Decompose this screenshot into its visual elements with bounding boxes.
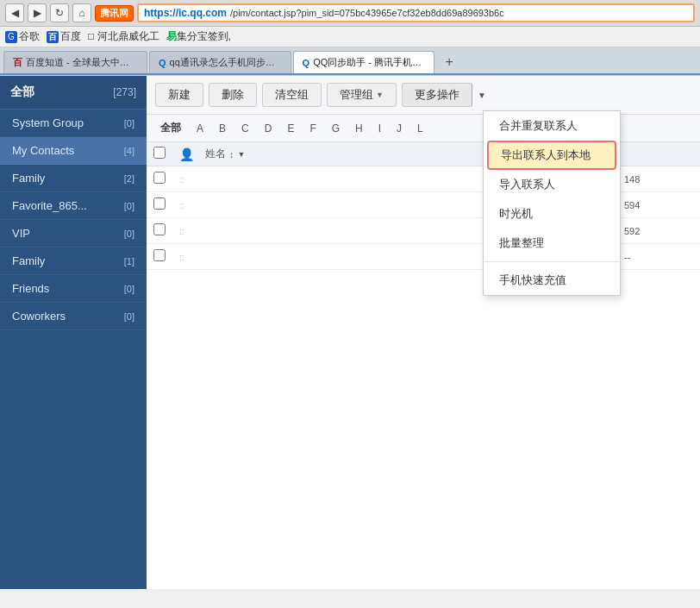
sidebar-item-friends-count: [0] <box>124 284 134 294</box>
bookmark-hebei[interactable]: □ 河北鼎威化工 <box>88 29 159 44</box>
alpha-b[interactable]: B <box>212 121 233 136</box>
alpha-j[interactable]: J <box>390 121 409 136</box>
row4-num: -- <box>624 252 693 262</box>
yi-icon: 易 <box>166 30 177 42</box>
alpha-g[interactable]: G <box>325 121 347 136</box>
name-column-label: 姓名 <box>205 147 226 161</box>
time-machine-item[interactable]: 时光机 <box>484 199 620 229</box>
tab-qq-contacts[interactable]: Q qq通讯录怎么手机同步至电 × <box>149 51 291 73</box>
sidebar-item-family2-count: [1] <box>124 256 134 266</box>
sidebar-item-system-group-label: System Group <box>12 116 84 129</box>
delete-button[interactable]: 删除 <box>209 83 257 107</box>
tab-qq-contacts-favicon: Q <box>159 58 166 68</box>
row1-avatar: :: <box>179 172 205 185</box>
import-contacts-item[interactable]: 导入联系人 <box>484 170 620 199</box>
manage-group-arrow-icon: ▼ <box>376 91 384 99</box>
alpha-all[interactable]: 全部 <box>153 119 188 137</box>
row2-avatar: :: <box>179 198 205 211</box>
sidebar-item-coworkers-label: Coworkers <box>12 310 66 323</box>
new-contact-button[interactable]: 新建 <box>155 83 203 107</box>
alpha-c[interactable]: C <box>234 121 256 136</box>
content-area: 新建 删除 清空组 管理组 ▼ 更多操作 ▼ 合并重复联系人 导出联系人到本地 … <box>147 76 700 589</box>
baidu-icon: 百 <box>47 31 59 43</box>
row3-avatar: :: <box>179 224 205 237</box>
alpha-i[interactable]: I <box>372 121 388 136</box>
alpha-h[interactable]: H <box>348 121 370 136</box>
export-contacts-item[interactable]: 导出联系人到本地 <box>487 141 616 170</box>
bookmark-google[interactable]: G谷歌 <box>5 29 40 44</box>
new-tab-button[interactable]: + <box>440 53 459 72</box>
more-actions-label: 更多操作 <box>415 87 459 103</box>
row3-checkbox-cell <box>153 223 179 238</box>
sidebar-item-friends-label: Friends <box>12 282 49 295</box>
sidebar-item-vip-count: [0] <box>124 229 134 239</box>
manage-group-label: 管理组 <box>340 87 373 103</box>
sidebar-item-family1[interactable]: Family [2] <box>0 165 147 192</box>
refresh-button[interactable]: ↻ <box>50 3 69 22</box>
address-bar: 腾讯网 https://ic.qq.com /pim/contact.jsp?p… <box>95 3 695 22</box>
clear-group-button[interactable]: 清空组 <box>262 83 322 107</box>
sidebar-item-family1-count: [2] <box>124 173 134 184</box>
row3-checkbox[interactable] <box>153 223 166 235</box>
bookmarks-bar: G谷歌 百百度 □ 河北鼎威化工 易集分宝签到, <box>0 27 700 47</box>
more-actions-button[interactable]: 更多操作 <box>402 83 472 107</box>
merge-duplicates-item[interactable]: 合并重复联系人 <box>484 111 620 141</box>
sidebar-item-coworkers-count: [0] <box>124 311 134 322</box>
header-checkbox-cell <box>153 147 179 161</box>
sidebar-item-my-contacts-count: [4] <box>124 146 134 156</box>
sidebar-item-family1-label: Family <box>12 172 45 185</box>
alpha-a[interactable]: A <box>190 121 210 136</box>
google-icon: G <box>5 31 17 43</box>
tab-baidu-favicon: 百 <box>13 56 22 69</box>
forward-button[interactable]: ▶ <box>28 3 47 22</box>
sort-icon: ↕ <box>229 149 234 160</box>
sidebar-item-family2[interactable]: Family [1] <box>0 248 147 275</box>
bookmark-yi[interactable]: 易集分宝签到, <box>166 29 231 44</box>
url-rest: /pim/contact.jsp?pim_sid=075bc43965e7cf3… <box>230 8 504 18</box>
sidebar-item-family2-label: Family <box>12 254 45 267</box>
sidebar-item-system-group-count: [0] <box>124 118 134 128</box>
sidebar-item-my-contacts[interactable]: My Contacts [4] <box>0 137 147 165</box>
phone-topup-item[interactable]: 手机快速充值 <box>484 266 620 295</box>
sidebar-item-favorite[interactable]: Favorite_865... [0] <box>0 192 147 220</box>
sidebar: 全部 [273] System Group [0] My Contacts [4… <box>0 76 147 589</box>
sidebar-total-count: [273] <box>113 86 136 98</box>
sidebar-item-vip[interactable]: VIP [0] <box>0 220 147 248</box>
row4-avatar: :: <box>179 250 205 263</box>
alpha-e[interactable]: E <box>280 121 301 136</box>
sidebar-header: 全部 [273] <box>0 76 147 110</box>
qq-logo: 腾讯网 <box>95 5 134 22</box>
sidebar-item-friends[interactable]: Friends [0] <box>0 275 147 303</box>
more-actions-dropdown: 合并重复联系人 导出联系人到本地 导入联系人 时光机 批量整理 手机快速充值 <box>483 110 621 296</box>
back-button[interactable]: ◀ <box>5 3 24 22</box>
alpha-f[interactable]: F <box>303 121 322 136</box>
row3-num: 592 <box>624 226 693 236</box>
batch-organize-item[interactable]: 批量整理 <box>484 229 620 258</box>
url-box[interactable]: https://ic.qq.com /pim/contact.jsp?pim_s… <box>137 3 695 22</box>
tabs-bar: 百 百度知道 - 全球最大中文互 × Q qq通讯录怎么手机同步至电 × Q Q… <box>0 47 700 75</box>
row1-checkbox[interactable] <box>153 172 166 184</box>
tab-baidu[interactable]: 百 百度知道 - 全球最大中文互 × <box>3 51 147 73</box>
tab-baidu-label: 百度知道 - 全球最大中文互 × <box>26 56 138 69</box>
tab-qq-contacts-label: qq通讯录怎么手机同步至电 × <box>170 56 282 69</box>
toolbar: 新建 删除 清空组 管理组 ▼ 更多操作 ▼ 合并重复联系人 导出联系人到本地 … <box>147 76 700 115</box>
bookmark-baidu[interactable]: 百百度 <box>47 29 81 44</box>
avatar-icon: 👤 <box>179 147 194 161</box>
sidebar-item-favorite-label: Favorite_865... <box>12 199 87 212</box>
alpha-l[interactable]: L <box>410 121 430 136</box>
sort-dropdown-icon: ▼ <box>238 150 246 159</box>
sidebar-item-system-group[interactable]: System Group [0] <box>0 110 147 137</box>
row1-checkbox-cell <box>153 172 179 186</box>
tab-qq-sync[interactable]: Q QQ同步助手 - 腾讯手机软件 × <box>293 51 435 73</box>
menu-divider <box>484 261 620 262</box>
row4-checkbox[interactable] <box>153 249 166 261</box>
sidebar-item-coworkers[interactable]: Coworkers [0] <box>0 303 147 330</box>
alpha-d[interactable]: D <box>258 121 279 136</box>
more-actions-arrow-icon: ▼ <box>478 91 486 100</box>
main-layout: 全部 [273] System Group [0] My Contacts [4… <box>0 76 700 589</box>
row2-checkbox[interactable] <box>153 197 166 210</box>
tab-qq-sync-label: QQ同步助手 - 腾讯手机软件 × <box>313 56 425 69</box>
select-all-checkbox[interactable] <box>153 147 166 159</box>
manage-group-button[interactable]: 管理组 ▼ <box>327 83 397 107</box>
home-button[interactable]: ⌂ <box>72 3 91 22</box>
